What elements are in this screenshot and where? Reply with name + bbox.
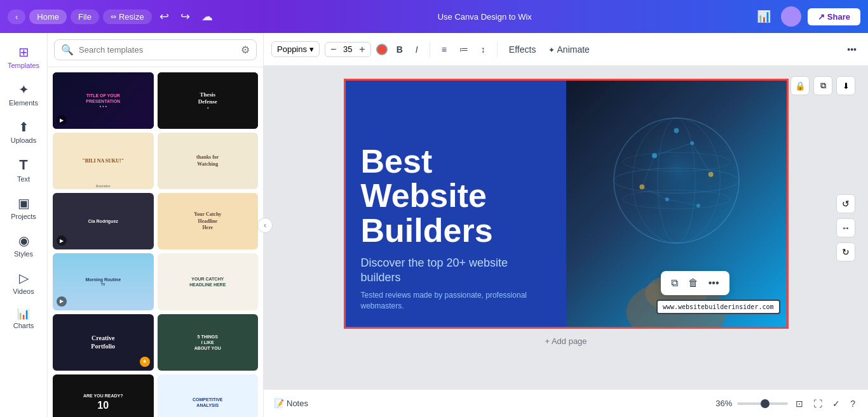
sidebar-item-label-text: Text (17, 175, 30, 183)
effects-label: Effects (509, 44, 536, 55)
add-page-button[interactable]: + Add page (545, 336, 587, 346)
template-card-10[interactable]: 5 THINGSI LIKEABOUT YOU (158, 314, 259, 371)
template-title-3: "BILI NA SUKU!" (53, 133, 154, 189)
zoom-thumb (761, 399, 770, 408)
sidebar-item-templates[interactable]: ⊞ Templates (0, 39, 47, 74)
fullscreen-button[interactable]: ⛶ (811, 396, 825, 411)
rotate-right-button[interactable]: ↻ (836, 242, 855, 261)
template-title-6: Your CatchyHeadlineHere (158, 193, 259, 249)
duplicate-button[interactable]: ⧉ (813, 76, 832, 95)
share-button[interactable]: ↗ Share (808, 8, 860, 25)
sidebar-item-label-charts: Charts (13, 322, 34, 329)
template-card-7[interactable]: Morning RoutineTV ▶ (53, 253, 154, 310)
sidebar-item-label-styles: Styles (14, 250, 33, 258)
cloud-save-button[interactable]: ☁ (198, 7, 217, 26)
sidebar-item-projects[interactable]: ▣ Projects (0, 190, 47, 225)
play-icon-7: ▶ (57, 296, 67, 307)
bottom-bar: 📝 Notes 36% ⊡ ⛶ ✓ ? (264, 389, 868, 417)
effects-button[interactable]: Effects (505, 42, 540, 57)
template-card-8[interactable]: YOUR CATCHYHEADLINE HERE (158, 253, 259, 310)
sidebar-item-elements[interactable]: ✦ Elements (0, 77, 47, 112)
more-selection-button[interactable]: ••• (705, 275, 723, 291)
sidebar-item-label-videos: Videos (13, 288, 34, 295)
slide-top-controls: 🔒 ⧉ ⬇ (790, 76, 855, 95)
color-picker-button[interactable] (376, 44, 388, 55)
bold-button[interactable]: B (393, 42, 407, 57)
charts-icon: 📊 (17, 308, 30, 320)
sidebar-item-styles[interactable]: ◉ Styles (0, 228, 47, 263)
zoom-slider[interactable] (737, 402, 788, 405)
font-dropdown-icon: ▾ (309, 44, 314, 54)
flip-button[interactable]: ↔ (836, 218, 855, 237)
templates-grid: TITLE OF YOURPRESENTATION● ● ● ▶ ThesisD… (48, 67, 263, 417)
sidebar-item-uploads[interactable]: ⬆ Uploads (0, 114, 47, 149)
redo-button[interactable]: ↪ (177, 7, 194, 26)
resize-button[interactable]: ⇔ Resize (103, 10, 152, 24)
templates-search: 🔍 ⚙ (48, 33, 263, 67)
slide-canvas[interactable]: Best Website Builders Discover the top 2… (344, 79, 789, 329)
spacing-button[interactable]: ↕ (477, 42, 489, 57)
search-input[interactable] (79, 45, 236, 55)
template-card-1[interactable]: TITLE OF YOURPRESENTATION● ● ● ▶ (53, 72, 154, 129)
template-card-5[interactable]: Cia Rodriguez ▶ (53, 193, 154, 249)
font-size-increase-button[interactable]: + (358, 44, 366, 55)
undo-button[interactable]: ↩ (156, 7, 173, 26)
topbar-left: ‹ Home File ⇔ Resize ↩ ↪ ☁ (8, 7, 217, 26)
template-title-4: thanks forWatching (158, 133, 259, 189)
italic-button[interactable]: I (412, 42, 422, 57)
template-card-6[interactable]: Your CatchyHeadlineHere (158, 193, 259, 249)
template-title-5: Cia Rodriguez (53, 193, 154, 249)
zoom-level-value: 36% (715, 399, 732, 408)
canvas-scroll[interactable]: 🔒 ⧉ ⬇ Best Website Builders Discover the… (264, 66, 868, 389)
zoom-controls: 36% ⊡ ⛶ ✓ ? (715, 396, 858, 411)
home-button[interactable]: Home (29, 10, 67, 24)
fit-page-button[interactable]: ⊡ (793, 396, 806, 411)
topbar-right: 📊 ↗ Share (753, 6, 860, 27)
uploads-icon: ⬆ (18, 119, 29, 135)
font-size-value: 35 (340, 44, 355, 54)
font-selector[interactable]: Poppins ▾ (271, 41, 320, 57)
template-card-9[interactable]: CreativePortfolio ★ (53, 314, 154, 371)
check-button[interactable]: ✓ (830, 396, 843, 411)
back-button[interactable]: ‹ (8, 10, 25, 24)
file-button[interactable]: File (71, 10, 99, 24)
svg-point-12 (696, 204, 700, 208)
delete-selection-button[interactable]: 🗑 (684, 275, 702, 291)
premium-icon-9: ★ (140, 357, 150, 367)
main-area: ⊞ Templates ✦ Elements ⬆ Uploads T Text … (0, 33, 868, 417)
filter-button[interactable]: ⚙ (241, 44, 250, 56)
canva-to-wix-label: Use Canva Design to Wix (438, 12, 532, 22)
styles-icon: ◉ (18, 233, 29, 248)
template-card-12[interactable]: COMPETITIVEANALYSIS (158, 374, 259, 417)
animate-label: Animate (557, 44, 590, 55)
download-button[interactable]: ⬇ (836, 76, 855, 95)
collapse-panel-button[interactable]: ‹ (257, 218, 273, 233)
url-bar: www.websitebuilderinsider.com (656, 300, 780, 314)
sidebar-item-videos[interactable]: ▷ Videos (0, 265, 47, 300)
list-button[interactable]: ≔ (456, 42, 472, 57)
analytics-button[interactable]: 📊 (753, 7, 775, 26)
user-avatar[interactable] (781, 6, 801, 27)
help-button[interactable]: ? (848, 396, 858, 411)
slide-main-title: Best Website Builders (361, 144, 551, 248)
sidebar-item-charts[interactable]: 📊 Charts (0, 303, 47, 334)
duplicate-selection-button[interactable]: ⧉ (667, 275, 682, 291)
font-size-decrease-button[interactable]: − (329, 44, 337, 55)
videos-icon: ▷ (19, 270, 29, 286)
template-card-2[interactable]: ThesisDefense ✦ (158, 72, 259, 129)
notes-button[interactable]: 📝 Notes (274, 399, 308, 408)
search-box: 🔍 ⚙ (54, 39, 257, 60)
notes-label: Notes (287, 399, 308, 408)
sidebar-item-text[interactable]: T Text (0, 152, 47, 188)
align-button[interactable]: ≡ (438, 42, 451, 57)
template-card-4[interactable]: thanks forWatching (158, 133, 259, 189)
template-title-1: TITLE OF YOURPRESENTATION● ● ● (53, 72, 154, 129)
lock-button[interactable]: 🔒 (790, 76, 810, 95)
template-card-3[interactable]: "BILI NA SUKU!" illustration (53, 133, 154, 189)
animate-button[interactable]: ✦ Animate (545, 42, 593, 57)
svg-point-7 (652, 153, 657, 158)
template-card-11[interactable]: ARE YOU READY?10 ▶ (53, 374, 154, 417)
more-options-button[interactable]: ••• (843, 42, 860, 57)
font-name-label: Poppins (277, 44, 307, 54)
rotate-left-button[interactable]: ↺ (836, 194, 855, 213)
